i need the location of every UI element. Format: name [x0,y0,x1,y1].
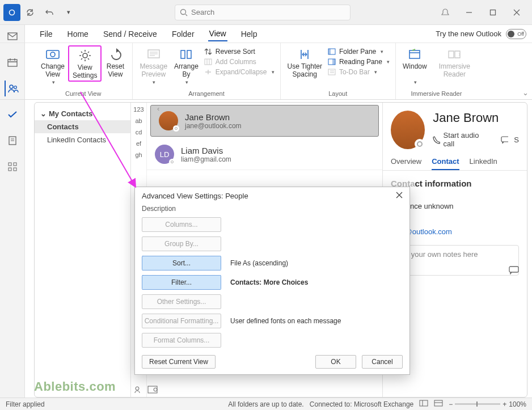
svg-point-31 [154,388,157,391]
svg-rect-18 [187,50,191,58]
menu-file[interactable]: File [39,27,54,41]
status-bar: Filter applied All folders are up to dat… [0,398,532,410]
menu-home[interactable]: Home [66,27,90,41]
layout-reading-icon[interactable] [434,400,443,408]
todo-bar-button: To-Do Bar▾ [328,68,390,76]
ribbon-group-arrangement: Arrangement [188,90,225,98]
group-by-button: Group By... [142,236,221,251]
message-icon[interactable] [509,266,519,276]
nav-item-linkedin[interactable]: LinkedIn Contacts [35,133,130,146]
filter-button[interactable]: Filter... [142,275,221,290]
layout-normal-icon[interactable] [419,400,428,408]
alpha-gh[interactable]: gh [135,151,142,158]
svg-rect-8 [14,168,16,171]
try-new-outlook: Try the new Outlook Off [436,29,526,39]
avatar-large [391,111,425,149]
presence-icon [169,159,175,165]
status-sync: All folders are up to date. [228,400,303,408]
menu-help[interactable]: Help [240,27,259,41]
reverse-sort-button[interactable]: Reverse Sort [204,48,275,56]
close-button[interactable] [505,3,529,22]
svg-rect-30 [148,386,157,393]
reading-pane-button[interactable]: Reading Pane▾ [328,58,390,66]
search-placeholder: Search [191,8,214,16]
dialog-description-label: Description [135,205,409,215]
contact-email: jane@outlook.com [185,122,242,130]
contact-name: Liam Davis [181,146,231,155]
menu-send-receive[interactable]: Send / Receive [102,27,158,41]
tab-overview[interactable]: Overview [391,157,421,170]
svg-rect-6 [14,163,16,166]
window-button[interactable]: Window▾ [399,45,430,87]
other-settings-button: Other Settings... [142,294,221,309]
chevron-down-icon: ⌄ [40,109,47,118]
menu-folder[interactable]: Folder [171,27,196,41]
alpha-cd[interactable]: cd [136,129,142,136]
try-new-outlook-toggle[interactable]: Off [506,29,526,39]
title-bar: ▾ Search [0,0,532,25]
svg-rect-33 [434,400,442,406]
alpha-ab[interactable]: ab [135,117,142,124]
ribbon: Change View▾ View Settings Reset View Cu… [0,43,532,100]
svg-rect-17 [181,50,185,58]
arrange-by-button[interactable]: Arrange By▾ [171,45,202,87]
collapse-nav-icon[interactable]: ‹ [157,104,159,113]
svg-rect-23 [332,59,335,65]
sort-button[interactable]: Sort... [142,256,221,270]
format-columns-button: Format Columns... [142,333,221,348]
card-view-icon[interactable] [147,386,158,395]
dialog-title: Advanced View Settings: People [142,192,248,200]
maximize-button[interactable] [481,3,505,22]
detail-name: Jane Brown [433,111,519,125]
alpha-ef[interactable]: ef [136,140,141,147]
folder-pane-button[interactable]: Folder Pane▾ [328,48,390,56]
tab-linkedin[interactable]: LinkedIn [470,157,497,170]
gear-icon [78,48,92,64]
menu-view[interactable]: View [208,27,227,41]
start-audio-call-button[interactable]: Start audio call S [433,131,519,148]
sync-icon[interactable] [20,3,40,22]
use-tighter-spacing-button[interactable]: Use Tighter Spacing [284,45,326,79]
contact-card[interactable]: LD Liam Davis liam@gmail.com [147,139,382,170]
presence-icon [415,139,425,149]
people-view-icon[interactable] [134,386,143,395]
reset-view-button[interactable]: Reset View [102,45,129,79]
svg-rect-7 [9,168,11,171]
quick-access-dropdown-icon[interactable]: ▾ [59,3,78,22]
nav-header[interactable]: ⌄My Contacts [35,107,130,120]
undo-icon[interactable] [40,3,59,22]
contact-card[interactable]: Jane Brown jane@outlook.com [150,105,379,137]
reset-current-view-button[interactable]: Reset Current View [142,355,216,369]
more-apps-icon[interactable] [5,159,20,175]
conditional-formatting-button: Conditional Formatting... [142,314,221,328]
cancel-button[interactable]: Cancel [362,355,403,369]
menu-bar: File Home Send / Receive Folder View Hel… [0,25,532,43]
svg-point-11 [181,9,186,14]
avatar [159,111,178,130]
contact-name: Jane Brown [185,112,242,122]
ribbon-collapse-icon[interactable]: ⌄ [522,88,529,97]
message-preview-button: Message Preview▾ [136,45,171,87]
search-input[interactable]: Search [175,5,351,20]
svg-rect-5 [9,163,11,166]
columns-button: Columns... [142,217,221,232]
ok-button[interactable]: OK [315,355,356,369]
view-settings-button[interactable]: View Settings [68,45,102,82]
notes-icon[interactable] [5,133,20,149]
minimize-button[interactable] [457,3,481,22]
svg-rect-21 [328,49,331,54]
phone-icon [433,136,440,144]
zoom-control[interactable]: −+ 100% [449,400,526,408]
alpha-123[interactable]: 123 [133,106,143,113]
avatar: LD [155,145,174,164]
svg-rect-24 [328,69,335,75]
change-view-button[interactable]: Change View▾ [37,45,68,87]
ribbon-group-layout: Layout [328,90,347,98]
immersive-reader-button: Immersive Reader [436,45,474,79]
dialog-close-button[interactable] [396,192,403,200]
tasks-icon[interactable] [5,107,20,122]
status-left: Filter applied [6,400,45,408]
notifications-icon[interactable] [433,3,457,22]
tab-contact[interactable]: Contact [432,157,459,170]
nav-item-contacts[interactable]: Contacts [35,120,130,133]
